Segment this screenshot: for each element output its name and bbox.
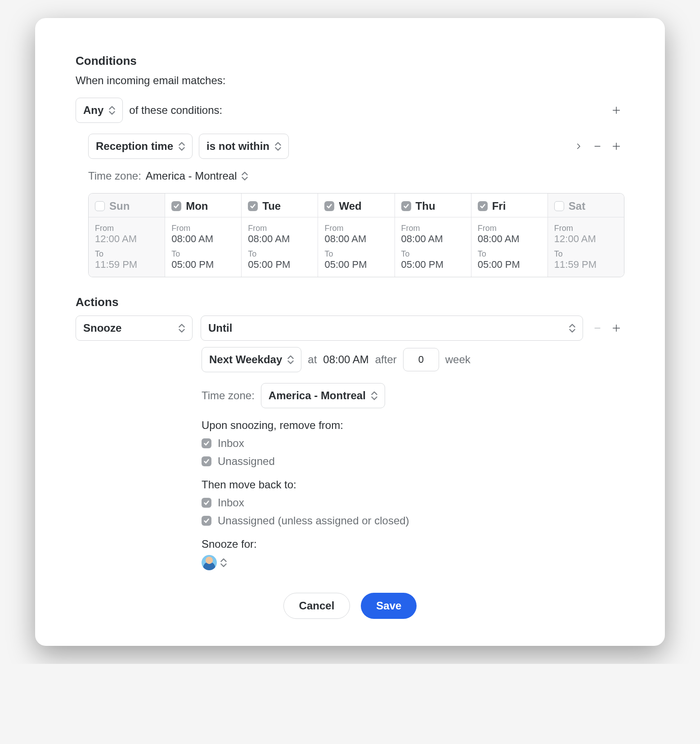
day-name: Thu [416, 200, 435, 212]
day-name: Fri [492, 200, 506, 212]
from-label: From [324, 224, 388, 233]
add-condition-group-button[interactable] [608, 102, 624, 118]
to-time[interactable]: 05:00 PM [324, 259, 388, 271]
checkbox[interactable] [401, 201, 411, 211]
avatar [202, 555, 217, 570]
condition-operator-label: is not within [206, 140, 269, 153]
stepper-icon [371, 391, 377, 401]
to-time[interactable]: 05:00 PM [248, 259, 311, 271]
stepper-icon [179, 323, 185, 333]
day-body: From08:00 AMTo05:00 PM [471, 217, 547, 277]
condition-operator-select[interactable]: is not within [199, 134, 289, 159]
remove-action-button[interactable] [589, 320, 606, 336]
to-label: To [554, 249, 618, 259]
day-toggle[interactable]: Thu [395, 194, 471, 217]
day-body: From12:00 AMTo11:59 PM [89, 217, 165, 277]
at-label: at [308, 353, 317, 366]
day-body: From08:00 AMTo05:00 PM [318, 217, 394, 277]
day-toggle[interactable]: Wed [318, 194, 394, 217]
stepper-icon [109, 105, 115, 115]
conditions-intro: When incoming email matches: [76, 74, 624, 87]
checkbox[interactable] [554, 201, 564, 211]
action-mode-select[interactable]: Until [201, 316, 583, 341]
to-label: To [248, 249, 311, 259]
day-toggle[interactable]: Fri [471, 194, 547, 217]
remove-condition-button[interactable] [589, 138, 606, 154]
to-time[interactable]: 11:59 PM [554, 259, 618, 271]
match-mode-select[interactable]: Any [76, 98, 123, 123]
weeks-unit: week [445, 353, 471, 366]
day-column: SunFrom12:00 AMTo11:59 PM [89, 194, 165, 277]
checkbox[interactable] [202, 516, 211, 526]
from-time[interactable]: 08:00 AM [248, 233, 311, 245]
condition-timezone-value: America - Montreal [146, 170, 237, 182]
remove-from-option[interactable]: Inbox [202, 437, 624, 450]
checkbox[interactable] [478, 201, 488, 211]
weeks-input[interactable] [403, 348, 439, 371]
from-label: From [171, 224, 235, 233]
action-timezone-select[interactable]: America - Montreal [261, 383, 385, 408]
stepper-icon [569, 323, 575, 333]
from-label: From [248, 224, 311, 233]
checkbox[interactable] [248, 201, 258, 211]
cancel-button[interactable]: Cancel [283, 593, 350, 619]
weekday-schedule: SunFrom12:00 AMTo11:59 PMMonFrom08:00 AM… [88, 193, 624, 277]
remove-from-label: Upon snoozing, remove from: [202, 419, 624, 432]
condition-expand-button[interactable] [570, 138, 587, 154]
match-suffix: of these conditions: [129, 104, 222, 117]
at-time[interactable]: 08:00 AM [323, 353, 368, 366]
move-back-label: Then move back to: [202, 478, 624, 491]
from-time[interactable]: 08:00 AM [401, 233, 465, 245]
stepper-icon [275, 141, 281, 151]
day-toggle[interactable]: Sun [89, 194, 165, 217]
day-name: Tue [262, 200, 281, 212]
move-back-option[interactable]: Unassigned (unless assigned or closed) [202, 514, 624, 527]
day-body: From12:00 AMTo11:59 PM [548, 217, 624, 277]
to-time[interactable]: 11:59 PM [95, 259, 158, 271]
to-label: To [95, 249, 158, 259]
to-time[interactable]: 05:00 PM [478, 259, 541, 271]
action-timezone-value: America - Montreal [269, 389, 366, 402]
action-timezone-label: Time zone: [202, 389, 255, 402]
day-column: SatFrom12:00 AMTo11:59 PM [548, 194, 624, 277]
save-button[interactable]: Save [361, 593, 417, 619]
checkbox[interactable] [202, 438, 211, 448]
add-condition-button[interactable] [608, 138, 624, 154]
stepper-icon [179, 141, 185, 151]
weekday-select[interactable]: Next Weekday [202, 347, 301, 372]
actions-title: Actions [76, 295, 624, 309]
checkbox[interactable] [202, 456, 211, 466]
to-label: To [171, 249, 235, 259]
checkbox[interactable] [324, 201, 334, 211]
day-toggle[interactable]: Mon [165, 194, 241, 217]
condition-field-select[interactable]: Reception time [88, 134, 193, 159]
condition-timezone-select[interactable]: America - Montreal [146, 170, 248, 182]
day-name: Wed [339, 200, 361, 212]
action-mode-label: Until [208, 322, 232, 334]
from-time[interactable]: 08:00 AM [324, 233, 388, 245]
from-time[interactable]: 08:00 AM [171, 233, 235, 245]
to-time[interactable]: 05:00 PM [171, 259, 235, 271]
from-time[interactable]: 12:00 AM [95, 233, 158, 245]
to-time[interactable]: 05:00 PM [401, 259, 465, 271]
to-label: To [401, 249, 465, 259]
day-column: ThuFrom08:00 AMTo05:00 PM [395, 194, 471, 277]
from-time[interactable]: 12:00 AM [554, 233, 618, 245]
from-time[interactable]: 08:00 AM [478, 233, 541, 245]
day-body: From08:00 AMTo05:00 PM [165, 217, 241, 277]
day-toggle[interactable]: Tue [242, 194, 318, 217]
add-action-button[interactable] [608, 320, 624, 336]
from-label: From [478, 224, 541, 233]
remove-from-option[interactable]: Unassigned [202, 455, 624, 468]
move-back-option[interactable]: Inbox [202, 496, 624, 509]
day-toggle[interactable]: Sat [548, 194, 624, 217]
checkbox[interactable] [171, 201, 181, 211]
checkbox[interactable] [202, 498, 211, 508]
snooze-for-user-select[interactable] [202, 555, 624, 570]
action-type-select[interactable]: Snooze [76, 316, 193, 341]
action-type-label: Snooze [83, 322, 121, 334]
from-label: From [554, 224, 618, 233]
checkbox[interactable] [95, 201, 105, 211]
after-label: after [375, 353, 397, 366]
to-label: To [324, 249, 388, 259]
